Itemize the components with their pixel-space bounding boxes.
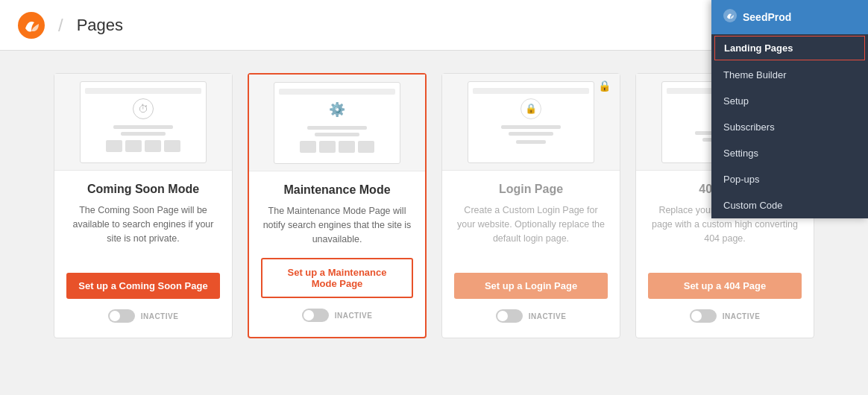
login-card: 🔒 🔒 Login Page Create a Custom Login Pag… (441, 73, 620, 338)
maintenance-button[interactable]: Set up a Maintenance Mode Page (261, 258, 413, 298)
404-toggle-label: INACTIVE (723, 312, 761, 320)
maintenance-toggle-label: INACTIVE (335, 312, 373, 320)
404-toggle[interactable] (690, 309, 717, 323)
lock-icon: 🔒 (521, 98, 541, 119)
logo-separator: / (58, 15, 63, 36)
coming-soon-toggle-row: INACTIVE (108, 309, 179, 323)
maintenance-card: ⚙️ Maintenance Mode The Maintenance Mode… (248, 73, 427, 338)
coming-soon-card: ⏱ Coming Soon Mode The Coming Soon Page … (54, 73, 233, 338)
page-title: Pages (77, 16, 123, 35)
maintenance-toggle-row: INACTIVE (302, 309, 373, 322)
maintenance-desc: The Maintenance Mode Page will notify se… (249, 204, 425, 246)
maintenance-preview: ⚙️ (249, 75, 425, 171)
clock-icon: ⏱ (133, 98, 154, 119)
nav-custom-code[interactable]: Custom Code (711, 192, 868, 218)
coming-soon-preview: ⏱ (54, 74, 232, 171)
coming-soon-button[interactable]: Set up a Coming Soon Page (66, 273, 220, 299)
nav-settings[interactable]: Settings (711, 140, 868, 166)
coming-soon-desc: The Coming Soon Page will be available t… (54, 203, 232, 261)
login-desc: Create a Custom Login Page for your webs… (442, 203, 620, 261)
login-toggle-row: INACTIVE (496, 309, 567, 323)
tools-icon: ⚙️ (327, 99, 347, 120)
nav-landing-pages[interactable]: Landing Pages (714, 36, 865, 60)
logo-area: / Pages (18, 12, 123, 39)
login-toggle-label: INACTIVE (529, 312, 567, 320)
lock-badge-icon: 🔒 (598, 80, 611, 92)
coming-soon-toggle-label: INACTIVE (141, 312, 179, 320)
login-toggle[interactable] (496, 309, 523, 323)
404-button[interactable]: Set up a 404 Page (648, 273, 802, 299)
coming-soon-title: Coming Soon Mode (87, 183, 199, 196)
nav-subscribers[interactable]: Subscribers (711, 114, 868, 140)
navbar-dropdown: SeedProd Landing Pages Theme Builder Set… (711, 0, 868, 218)
navbar-brand-title: SeedProd (743, 11, 791, 23)
login-preview: 🔒 🔒 (442, 74, 620, 171)
nav-theme-builder[interactable]: Theme Builder (711, 62, 868, 88)
navbar-header: SeedProd (711, 0, 868, 34)
login-title: Login Page (499, 183, 563, 196)
login-button[interactable]: Set up a Login Page (454, 273, 608, 299)
seedprod-logo-icon (18, 12, 45, 39)
seedprod-nav-icon (723, 9, 737, 25)
maintenance-title: Maintenance Mode (283, 183, 390, 197)
nav-setup[interactable]: Setup (711, 88, 868, 114)
maintenance-toggle[interactable] (302, 309, 329, 322)
404-toggle-row: INACTIVE (690, 309, 761, 323)
coming-soon-toggle[interactable] (108, 309, 135, 323)
nav-popups[interactable]: Pop-ups (711, 166, 868, 192)
